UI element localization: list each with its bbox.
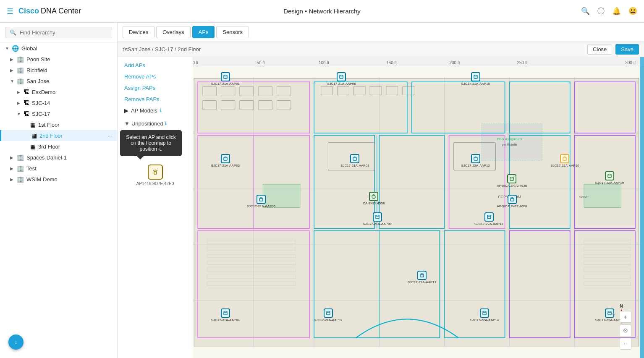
tab-devices[interactable]: Devices xyxy=(123,26,154,38)
ap-label: AP68CA.E472.46F8 xyxy=(497,204,527,208)
help-icon[interactable]: ⓘ xyxy=(597,6,605,16)
ap-label: SJC17-22A-AAP14 xyxy=(470,318,499,322)
scrollbar[interactable] xyxy=(640,57,644,358)
sidebar-item-richfield[interactable]: ▶ 🏢 Richfield xyxy=(0,65,117,76)
chevron-right-icon: ▶ xyxy=(10,166,15,171)
ap-icon[interactable] xyxy=(221,308,230,318)
map-ap[interactable]: SJC17-22A-AAP13 xyxy=(474,212,503,226)
map-ap[interactable]: SJC17-21A-AAP10 xyxy=(461,72,490,86)
sidebar-item-san-jose[interactable]: ▼ 🏢 San Jose xyxy=(0,76,117,86)
more-actions-icon[interactable]: ··· xyxy=(107,133,112,139)
ruler-mark-150: 150 ft xyxy=(386,60,397,65)
map-ap[interactable]: SJC17-21A-AAP06 xyxy=(327,72,356,86)
ap-models-header[interactable]: ▶ AP Models ℹ xyxy=(124,107,186,114)
sidebar-item-global[interactable]: ▼ 🌐 Global xyxy=(0,43,117,54)
map-ap[interactable]: SJC17-21A-AAP02 xyxy=(211,154,240,167)
tab-aps[interactable]: APs xyxy=(192,26,215,38)
sidebar-item-label: Poon Site xyxy=(26,56,50,63)
map-ap[interactable]: SJC17-21A-AAP11 xyxy=(408,271,436,284)
map-ap[interactable]: SJC17-22A-AAP14 xyxy=(470,308,499,322)
bell-icon[interactable]: 😃 xyxy=(628,7,637,16)
remove-paps-link[interactable]: Remove PAPs xyxy=(124,96,186,102)
sidebar-item-esxdemo[interactable]: ▶ 🏗 EsxDemo xyxy=(0,86,117,97)
map-ap[interactable]: SJC17-21A-AAP07 xyxy=(314,308,342,322)
zoom-out-button[interactable]: − xyxy=(620,338,631,350)
sidebar-item-sjc17[interactable]: ▼ 🏗 SJC-17 xyxy=(0,108,117,119)
map-ap[interactable]: SJC17-21A-AAP04 xyxy=(211,308,240,322)
svg-text:W: W xyxy=(612,312,615,316)
sidebar-item-spaces-daniel[interactable]: ▶ 🏢 Spaces-Daniel-1 xyxy=(0,152,117,163)
close-button[interactable]: Close xyxy=(587,44,612,55)
map-ap[interactable]: SJC17-21A-AAP08 xyxy=(340,154,369,167)
site-icon: 🏢 xyxy=(17,67,24,73)
svg-rect-87 xyxy=(327,312,330,315)
tab-sensors[interactable]: Sensors xyxy=(216,26,249,38)
sidebar-item-test[interactable]: ▶ 🏢 Test xyxy=(0,163,117,174)
map-ap[interactable]: SJC17-22A-AAP12 xyxy=(461,154,490,167)
ruler: 0 ft 50 ft 100 ft 150 ft 200 ft 250 ft 3… xyxy=(193,57,644,66)
ap-icon[interactable] xyxy=(373,212,382,222)
remove-aps-link[interactable]: Remove APs xyxy=(124,73,186,80)
notifications-icon[interactable]: 🔔 xyxy=(612,7,621,16)
sidebar-item-1st-floor[interactable]: ▦ 1st Floor xyxy=(0,119,117,130)
ap-icon[interactable] xyxy=(369,192,378,201)
ap-icon[interactable] xyxy=(337,72,346,81)
svg-rect-85 xyxy=(420,274,424,277)
sidebar-item-3rd-floor[interactable]: ▦ 3rd Floor xyxy=(0,141,117,152)
ap-icon[interactable] xyxy=(471,154,480,163)
ap-icon[interactable] xyxy=(605,171,614,180)
add-aps-link[interactable]: Add APs xyxy=(124,62,186,68)
map-ap[interactable]: SJC17-22A-AAP19 xyxy=(595,171,624,185)
map-ap[interactable]: CA:E472:4558 xyxy=(363,192,385,205)
ap-icon[interactable] xyxy=(257,195,266,204)
search-box[interactable]: 🔍 xyxy=(5,27,112,38)
sidebar-item-label: Test xyxy=(26,165,37,172)
sidebar-item-poon-site[interactable]: ▶ 🏢 Poon Site xyxy=(0,54,117,65)
ap-models-label: AP Models xyxy=(131,107,157,114)
floor-icon: ▦ xyxy=(30,143,36,150)
ap-icon[interactable] xyxy=(417,271,427,280)
sidebar-item-sjc14[interactable]: ▶ 🏗 SJC-14 xyxy=(0,97,117,108)
sidebar-item-wsim-demo[interactable]: ▶ 🏢 WSIM Demo xyxy=(0,174,117,185)
menu-icon[interactable]: ☰ xyxy=(7,7,13,16)
map-ap[interactable]: AP68CA.E472.46F8 xyxy=(497,195,527,208)
map-ap[interactable]: SJC17-22A-AAP16 xyxy=(550,154,579,167)
assign-paps-link[interactable]: Assign PAPs xyxy=(124,85,186,91)
site-icon: 🏢 xyxy=(17,78,24,84)
sidebar-item-2nd-floor[interactable]: ▦ 2nd Floor ··· xyxy=(0,130,117,141)
floormap[interactable]: 0 ft 50 ft 100 ft 150 ft 200 ft 250 ft 3… xyxy=(193,57,644,358)
unpositioned-ap-item[interactable]: AP1416.9D7E.42E0 xyxy=(124,165,186,186)
map-ap[interactable]: SJC17-21A-AAP05 xyxy=(247,195,275,208)
ap-icon[interactable] xyxy=(480,308,489,318)
tab-overlays[interactable]: Overlays xyxy=(156,26,190,38)
search-input[interactable] xyxy=(20,29,107,36)
ap-icon[interactable] xyxy=(471,72,480,81)
ap-icon[interactable] xyxy=(148,165,163,180)
svg-rect-74 xyxy=(224,158,227,160)
site-icon: 🏢 xyxy=(17,56,24,63)
search-icon[interactable]: 🔍 xyxy=(581,7,590,16)
ap-icon[interactable] xyxy=(324,308,333,318)
ap-icon[interactable] xyxy=(221,72,230,81)
scroll-to-top-button[interactable]: ↓ xyxy=(8,334,24,350)
ap-icon[interactable] xyxy=(507,174,516,183)
ap-overlays: SJC17-21A-AAP01 SJC17-21A-AAP06 xyxy=(193,66,640,358)
ap-icon[interactable] xyxy=(508,195,517,204)
floor-icon: ▦ xyxy=(31,132,37,139)
ap-label: SJC17-21A-AAP02 xyxy=(211,164,240,167)
unpositioned-header[interactable]: ▼ Unpositioned ℹ xyxy=(124,120,186,127)
map-ap[interactable]: SJC17-21A-AAP09 xyxy=(363,212,391,226)
zoom-in-button[interactable]: + xyxy=(620,311,631,323)
ap-icon[interactable] xyxy=(350,154,359,163)
save-button[interactable]: Save xyxy=(615,44,639,55)
ap-icon[interactable] xyxy=(560,154,569,163)
chevron-down-icon: ▼ xyxy=(10,79,15,84)
ap-icon[interactable] xyxy=(221,154,230,163)
chevron-right-icon: ▶ xyxy=(10,155,15,160)
ap-icon[interactable] xyxy=(484,212,494,222)
zoom-reset-button[interactable]: ⊙ xyxy=(620,324,631,336)
ap-label: SJC17-21A-AAP01 xyxy=(211,82,240,86)
map-ap[interactable]: AP68CA.E472.4630 xyxy=(497,174,527,188)
map-ap[interactable]: SJC17-21A-AAP01 xyxy=(211,72,240,86)
title-separator: • xyxy=(305,8,307,15)
